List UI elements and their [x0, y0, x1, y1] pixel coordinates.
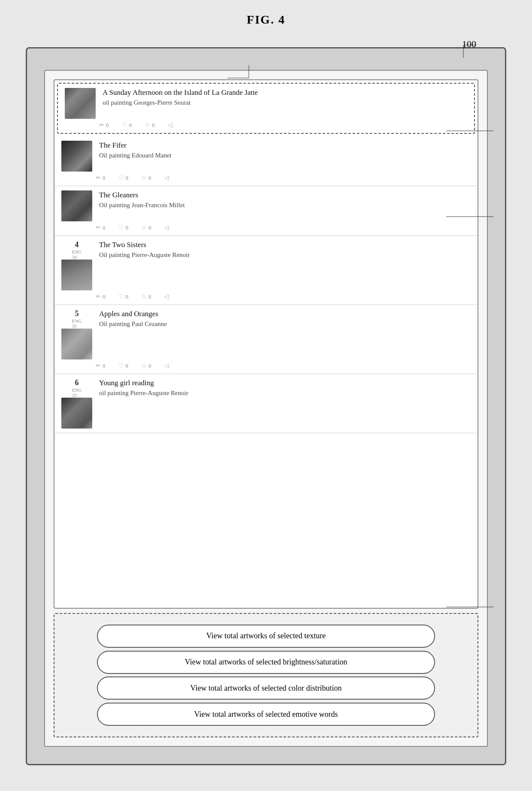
- artwork-icon-count: 0: [126, 362, 129, 369]
- artwork-item[interactable]: The FiferOil painting Edouard Manet✏0♡0☆…: [54, 136, 478, 186]
- artwork-icon-count: 0: [103, 175, 106, 181]
- artwork-thumbnail: [61, 260, 92, 290]
- artwork-icon-group[interactable]: ◁: [164, 174, 171, 181]
- artwork-action-icon: ◁: [164, 174, 169, 181]
- filter-button-0[interactable]: View total artworks of selected texture: [97, 625, 435, 648]
- artwork-icon-count: 0: [126, 224, 129, 231]
- filter-button-3[interactable]: View total artworks of selected emotive …: [97, 703, 435, 726]
- artwork-icons-row: ✏0♡0☆0◁: [60, 362, 472, 369]
- artwork-icon-count: 0: [148, 175, 151, 181]
- artwork-info: Apples and OrangesOil painting Paul Ceza…: [99, 309, 472, 328]
- artwork-icon-group[interactable]: ☆0: [141, 362, 151, 369]
- artwork-title: The Two Sisters: [99, 240, 472, 250]
- artwork-subtitle: oil painting Georges-Pierre Seurat: [103, 99, 469, 106]
- artwork-icon-group[interactable]: ◁: [164, 293, 171, 300]
- artwork-action-icon: ♡: [118, 362, 124, 369]
- artwork-item[interactable]: The GleanersOil painting Jean-Francois M…: [54, 186, 478, 236]
- artwork-action-icon: ✏: [96, 174, 101, 181]
- device-inner-screen: A Sunday Afternoon on the Island of La G…: [44, 70, 488, 747]
- artwork-item[interactable]: 6ENG33Young girl readingoil painting Pie…: [54, 374, 478, 433]
- artwork-action-icon: ☆: [141, 362, 147, 369]
- artwork-icon-count: 0: [148, 362, 151, 369]
- artwork-subtitle: oil painting Pierre-Auguste Renoir: [99, 389, 472, 397]
- artwork-info: The GleanersOil painting Jean-Francois M…: [99, 190, 472, 209]
- artwork-action-icon: ◁: [164, 293, 169, 300]
- artwork-action-icon: ✏: [96, 293, 101, 300]
- artwork-title: A Sunday Afternoon on the Island of La G…: [103, 88, 469, 97]
- artwork-icon-count: 0: [148, 224, 151, 231]
- artwork-thumbnail: [61, 398, 92, 429]
- artwork-icon-group[interactable]: ♡0: [118, 293, 129, 300]
- artwork-icon-group[interactable]: ✏0: [96, 224, 106, 231]
- artwork-info: The Two SistersOil painting Pierre-Augus…: [99, 240, 472, 259]
- artwork-action-icon: ✏: [99, 121, 104, 129]
- artwork-action-icon: ♡: [122, 121, 127, 129]
- artwork-action-icon: ◁: [168, 121, 172, 129]
- artwork-action-icon: ☆: [145, 121, 150, 129]
- artwork-thumbnail: [65, 88, 96, 119]
- artwork-icon-count: 0: [126, 175, 129, 181]
- filter-button-2[interactable]: View total artworks of selected color di…: [97, 676, 435, 700]
- artwork-thumbnail: [61, 329, 92, 359]
- artwork-icon-count: 0: [148, 293, 151, 300]
- artwork-number-block: 4ENG34: [72, 240, 82, 260]
- artwork-action-icon: ☆: [141, 174, 147, 181]
- device-outer-frame: A Sunday Afternoon on the Island of La G…: [26, 47, 506, 765]
- artwork-action-icon: ♡: [118, 174, 124, 181]
- artwork-title: The Fifer: [99, 141, 472, 150]
- artwork-info: The FiferOil painting Edouard Manet: [99, 141, 472, 159]
- artwork-icon-group[interactable]: ◁: [168, 121, 174, 129]
- artwork-action-icon: ✏: [96, 224, 101, 231]
- artwork-item[interactable]: 5ENG35Apples and OrangesOil painting Pau…: [54, 305, 478, 374]
- artwork-thumbnail: [61, 141, 92, 172]
- artwork-icon-count: 0: [126, 293, 129, 300]
- artwork-icon-group[interactable]: ☆0: [141, 293, 151, 300]
- artwork-action-icon: ◁: [164, 224, 169, 231]
- filter-button-1[interactable]: View total artworks of selected brightne…: [97, 651, 435, 674]
- artwork-icons-row: ✏0♡0☆0◁: [60, 174, 472, 181]
- artwork-icon-group[interactable]: ◁: [164, 362, 171, 369]
- artwork-number-block: 5ENG35: [72, 309, 82, 329]
- artwork-title: The Gleaners: [99, 190, 472, 200]
- artwork-icon-group[interactable]: ♡0: [118, 224, 129, 231]
- artwork-thumbnail: [61, 190, 92, 221]
- artwork-title: Apples and Oranges: [99, 309, 472, 319]
- artwork-icon-group[interactable]: ✏0: [99, 121, 109, 129]
- artwork-icon-group[interactable]: ♡0: [122, 121, 132, 129]
- artwork-icons-row: ✏0♡0☆0◁: [60, 293, 472, 300]
- artwork-icon-count: 0: [152, 122, 155, 129]
- artwork-action-icon: ☆: [141, 224, 147, 231]
- artwork-title: Young girl reading: [99, 378, 472, 388]
- artwork-item[interactable]: 4ENG34The Two SistersOil painting Pierre…: [54, 236, 478, 305]
- artwork-subtitle: Oil painting Paul Cezanne: [99, 320, 472, 328]
- artwork-action-icon: ☆: [141, 293, 147, 300]
- artwork-info: Young girl readingoil painting Pierre-Au…: [99, 378, 472, 397]
- artwork-icon-group[interactable]: ✏0: [96, 293, 106, 300]
- artwork-icon-group[interactable]: ◁: [164, 224, 171, 231]
- artwork-subtitle: Oil painting Edouard Manet: [99, 152, 472, 159]
- artwork-icon-group[interactable]: ✏0: [96, 174, 106, 181]
- artwork-action-icon: ♡: [118, 293, 124, 300]
- artwork-icon-count: 0: [129, 122, 132, 129]
- artwork-number-block: 6ENG33: [72, 378, 82, 398]
- artwork-icons-row: ✏0♡0☆0◁: [63, 121, 469, 129]
- artwork-icon-count: 0: [106, 122, 109, 129]
- artwork-info: A Sunday Afternoon on the Island of La G…: [103, 88, 469, 106]
- artwork-action-icon: ♡: [118, 224, 124, 231]
- artwork-icon-group[interactable]: ☆0: [141, 174, 151, 181]
- artwork-icon-count: 0: [103, 362, 106, 369]
- artwork-item[interactable]: A Sunday Afternoon on the Island of La G…: [57, 83, 475, 134]
- buttons-panel: View total artworks of selected textureV…: [54, 613, 478, 737]
- artwork-icon-group[interactable]: ✏0: [96, 362, 106, 369]
- artwork-icons-row: ✏0♡0☆0◁: [60, 224, 472, 231]
- artwork-icon-group[interactable]: ☆0: [141, 224, 151, 231]
- artwork-icon-count: 0: [103, 224, 106, 231]
- artwork-action-icon: ✏: [96, 362, 101, 369]
- artwork-icon-group[interactable]: ♡0: [118, 174, 129, 181]
- artwork-list-panel: A Sunday Afternoon on the Island of La G…: [54, 79, 478, 609]
- artwork-icon-count: 0: [103, 293, 106, 300]
- artwork-icon-group[interactable]: ☆0: [145, 121, 155, 129]
- artwork-icon-group[interactable]: ♡0: [118, 362, 129, 369]
- figure-title: FIG. 4: [0, 0, 532, 27]
- artwork-subtitle: Oil painting Pierre-Auguste Renoir: [99, 251, 472, 259]
